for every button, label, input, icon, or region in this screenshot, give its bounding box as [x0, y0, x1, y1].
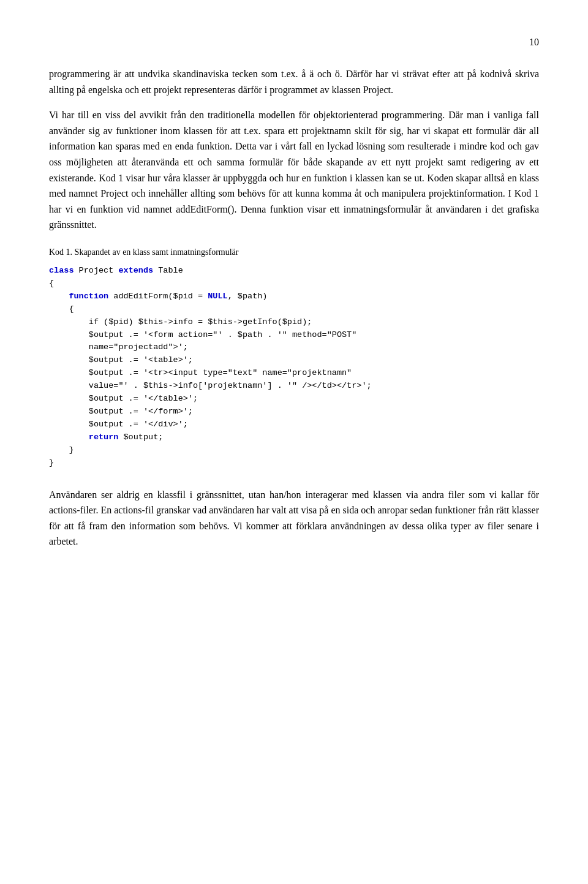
page: 10 programmering är att undvika skandina… — [0, 0, 588, 884]
paragraph-1: programmering är att undvika skandinavis… — [49, 66, 539, 97]
paragraph-3: Användaren ser aldrig en klassfil i grän… — [49, 487, 539, 550]
code-caption: Kod 1. Skapandet av en klass samt inmatn… — [49, 247, 539, 257]
code-block: class Project extends Table { function a… — [49, 262, 539, 472]
paragraph-2: Vi har till en viss del avvikit från den… — [49, 107, 539, 233]
code-section: Kod 1. Skapandet av en klass samt inmatn… — [49, 247, 539, 472]
page-number: 10 — [49, 37, 539, 48]
